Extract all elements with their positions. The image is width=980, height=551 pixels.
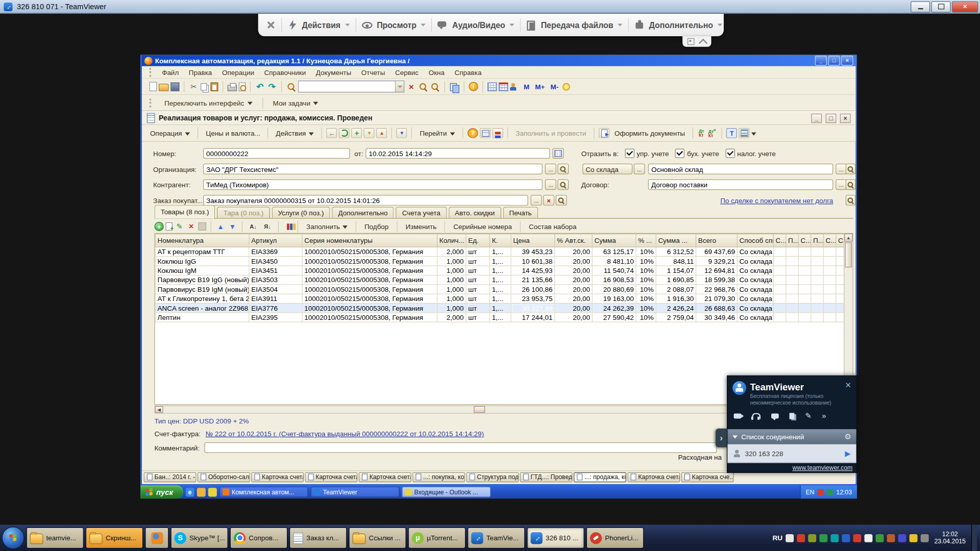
unpost-document-icon[interactable]	[377, 128, 387, 138]
cell[interactable]: 69 437,69	[696, 247, 737, 256]
cell[interactable]: 20,00	[555, 313, 592, 322]
cell[interactable]: EIA2395	[249, 313, 302, 322]
headset-icon[interactable]	[752, 413, 761, 419]
cell[interactable]: 848,11	[656, 257, 696, 266]
cell[interactable]: 26 688,63	[696, 303, 737, 312]
windows-icon[interactable]	[449, 82, 459, 92]
cell[interactable]: 21 135,66	[511, 275, 555, 284]
panel-close-icon[interactable]: ✕	[845, 381, 851, 390]
cell[interactable]: 24 262,39	[592, 303, 636, 312]
doc-minimize-button[interactable]: _	[811, 113, 822, 122]
fill-and-post-button[interactable]: Заполнить и провести	[512, 128, 590, 139]
cell[interactable]	[798, 266, 811, 275]
аудио/видео-menu-button[interactable]: Аудио/Видео	[438, 20, 514, 30]
debt-open-button[interactable]	[846, 195, 856, 206]
cell[interactable]: шт	[466, 303, 490, 312]
memory-button-М+[interactable]: М+	[533, 83, 547, 90]
open-window-button[interactable]: Карточка счета...	[251, 472, 304, 482]
cell[interactable]	[773, 285, 786, 294]
goto-button[interactable]: Перейти	[416, 128, 458, 139]
calendar-icon[interactable]	[499, 82, 508, 91]
cell[interactable]: 6 312,52	[656, 247, 696, 256]
tray-icon[interactable]	[827, 489, 833, 495]
order-field[interactable]: Заказ покупателя 00000000315 от 10.02.20…	[203, 195, 528, 206]
warehouse-open-button[interactable]	[846, 164, 856, 174]
table-row[interactable]: ЛептинEIA239510002010/050215/0005308, Ге…	[155, 313, 846, 322]
cell[interactable]: 1,...	[489, 275, 511, 284]
post-document-icon[interactable]	[364, 128, 375, 138]
tray-icon[interactable]	[921, 534, 929, 542]
cell[interactable]: Со склада	[737, 257, 773, 266]
copy-row-icon[interactable]	[165, 222, 172, 231]
cell[interactable]: 1,...	[489, 285, 511, 294]
cell[interactable]: 1,000	[437, 275, 466, 284]
menu-item-Правка[interactable]: Правка	[184, 67, 217, 78]
memory-button-М[interactable]: М	[522, 83, 531, 90]
menu-item-Операции[interactable]: Операции	[217, 67, 259, 78]
cell[interactable]: 2,000	[437, 247, 466, 256]
panel-expand-tab[interactable]: ›	[716, 429, 727, 447]
cell[interactable]	[823, 275, 836, 284]
help-icon[interactable]: ?	[468, 128, 478, 138]
open-window-button[interactable]: Оборотно-саль...	[198, 472, 250, 482]
language-indicator[interactable]: RU	[773, 534, 782, 542]
find-previous-icon[interactable]	[430, 82, 440, 92]
undo-icon[interactable]: ↶	[255, 82, 265, 92]
cell[interactable]: 1,...	[489, 303, 511, 312]
table-button-Изменить[interactable]: Изменить	[402, 221, 440, 232]
checkbox-checked-icon[interactable]	[625, 148, 634, 158]
sort-asc-icon[interactable]: А↓	[247, 221, 259, 232]
print-preview-icon[interactable]	[239, 82, 246, 91]
cell[interactable]: 1,...	[489, 247, 511, 256]
tray-icon[interactable]	[808, 534, 816, 542]
tab-Тара (0 поз.)[interactable]: Тара (0 поз.)	[217, 207, 270, 218]
cell[interactable]	[786, 313, 798, 322]
accounts-icon[interactable]	[480, 128, 491, 138]
cell[interactable]: 10%	[636, 257, 656, 266]
table-row[interactable]: Парвовирус B19 IgG (новый)EIA35031000201…	[155, 275, 846, 284]
cell[interactable]: EIA3776	[249, 303, 302, 312]
print-dropdown-icon[interactable]	[397, 128, 407, 138]
show-desktop-button[interactable]	[971, 525, 977, 551]
column-header[interactable]: % ...	[636, 234, 656, 247]
cell[interactable]: шт	[466, 266, 490, 275]
tab-Дополнительно[interactable]: Дополнительно	[332, 207, 394, 218]
order-select-button[interactable]: ...	[531, 195, 542, 206]
cell[interactable]: шт	[466, 257, 490, 266]
connection-entry[interactable]: 320 163 228 ▶	[727, 444, 856, 463]
folder-icon[interactable]	[197, 488, 205, 496]
column-header[interactable]: Артикул	[249, 234, 302, 247]
info-icon[interactable]: i	[469, 82, 478, 91]
connections-list-header[interactable]: Список соединений ⚙	[727, 429, 856, 444]
cell[interactable]	[773, 247, 786, 256]
taskbar-button-Ссылки ...[interactable]: Ссылки ...	[349, 527, 406, 548]
more-icon[interactable]: »	[822, 412, 826, 420]
cell[interactable]: 10002010/050215/0005308, Германия	[302, 275, 437, 284]
actions-button[interactable]: Действия	[273, 128, 317, 139]
cell[interactable]: 27 590,42	[592, 313, 636, 322]
table-row[interactable]: Коклюш IgMEIA345110002010/050215/0005308…	[155, 266, 846, 275]
cell[interactable]	[823, 257, 836, 266]
doc-close-button[interactable]: ×	[840, 113, 851, 122]
cell[interactable]	[773, 303, 786, 312]
memory-button-М-[interactable]: М-	[549, 83, 560, 90]
cell[interactable]: 10%	[636, 303, 656, 312]
cell[interactable]	[823, 294, 836, 303]
cell[interactable]	[786, 257, 798, 266]
column-header[interactable]: Цена	[511, 234, 555, 247]
table-button-Подбор[interactable]: Подбор	[361, 221, 393, 232]
gear-icon[interactable]: ⚙	[845, 433, 851, 441]
grid-settings-icon[interactable]	[283, 221, 293, 232]
checkbox-checked-icon[interactable]	[725, 148, 734, 158]
refresh-icon[interactable]	[339, 128, 350, 138]
cell[interactable]	[811, 275, 823, 284]
cell[interactable]: 1,...	[489, 266, 511, 275]
cell[interactable]: 10%	[636, 247, 656, 256]
cell[interactable]: Парвовирус B19 IgM (новый)	[155, 285, 249, 294]
remote-task-Входящие - Outlook ...[interactable]: Входящие - Outlook ...	[402, 487, 491, 497]
table-row[interactable]: Парвовирус B19 IgM (новый)EIA35041000201…	[155, 285, 846, 294]
filter-icon[interactable]	[726, 128, 737, 138]
table-row[interactable]: Коклюш IgGEIA345010002010/050215/0005308…	[155, 257, 846, 266]
cell[interactable]: 10%	[636, 266, 656, 275]
structure-icon[interactable]	[493, 128, 503, 138]
